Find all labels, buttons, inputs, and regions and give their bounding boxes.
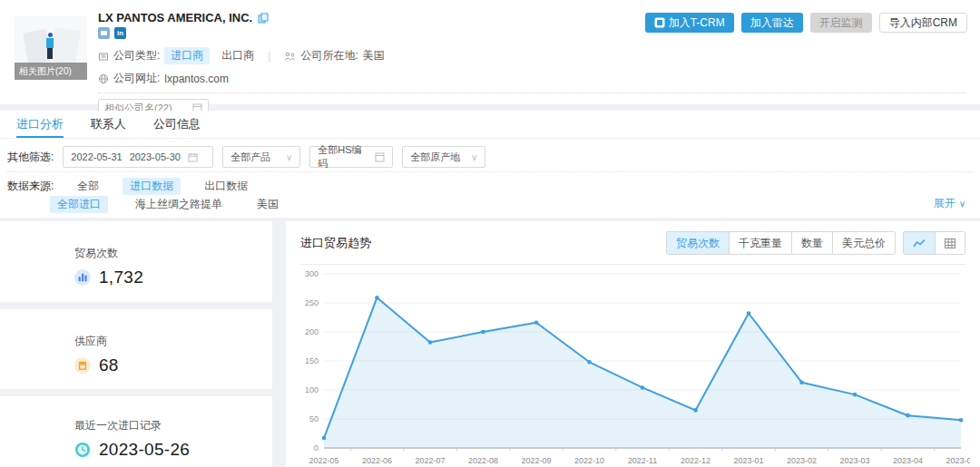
metric-button-group: 贸易次数 千克重量 数量 美元总价 [666, 231, 896, 255]
data-source-row: 数据来源: 全部 进口数据 出口数据 [7, 178, 255, 195]
table-icon [945, 238, 956, 248]
company-header: 相关图片(20) LX PANTOS AMERICA, INC. in 公司类型… [0, 0, 980, 104]
start-monitor-button: 开启监测 [810, 13, 872, 33]
svg-text:2022-05: 2022-05 [309, 456, 338, 465]
copy-icon[interactable] [258, 13, 269, 24]
website-value[interactable]: lxpantos.com [164, 73, 229, 85]
stat-label: 最近一次进口记录 [0, 396, 272, 433]
expand-link[interactable]: 展开 [934, 196, 965, 211]
product-filter-select[interactable]: 全部产品 [222, 146, 300, 168]
svg-text:2023-01: 2023-01 [733, 456, 763, 465]
location-value: 美国 [363, 48, 385, 63]
tab-contacts[interactable]: 联系人 [91, 111, 126, 138]
stat-value: 1,732 [99, 268, 143, 287]
sub-option-us[interactable]: 美国 [250, 196, 286, 213]
divider-dotted [98, 92, 965, 93]
calendar-icon [188, 152, 198, 162]
related-images-label[interactable]: 相关图片(20) [15, 63, 87, 80]
line-chart-icon [913, 238, 926, 248]
date-end: 2023-05-30 [130, 151, 181, 162]
clock-icon [74, 442, 91, 458]
hs-filter-value: 全部HS编码 [318, 143, 368, 170]
view-button-group [903, 231, 965, 255]
add-tcrm-button[interactable]: 加入T-CRM [645, 13, 734, 33]
svg-text:50: 50 [309, 414, 318, 423]
svg-text:2022-09: 2022-09 [521, 456, 551, 465]
company-image-placeholder[interactable]: 相关图片(20) [15, 16, 87, 80]
other-filters-label: 其他筛选: [7, 150, 54, 165]
svg-text:200: 200 [305, 327, 318, 336]
svg-text:2023-04: 2023-04 [893, 456, 923, 465]
date-start: 2022-05-31 [71, 151, 122, 162]
svg-text:2022-08: 2022-08 [468, 456, 498, 465]
product-filter-value: 全部产品 [230, 151, 279, 164]
trend-area-chart: 0501001502002503002022-052022-062022-072… [299, 267, 970, 467]
illustration-paper [50, 27, 81, 65]
svg-text:300: 300 [305, 269, 318, 278]
divider [300, 264, 965, 265]
import-crm-button[interactable]: 导入内部CRM [879, 13, 967, 33]
stat-value: 2023-05-26 [99, 440, 190, 460]
social-icon[interactable] [98, 27, 110, 39]
chart-title: 进口贸易趋势 [300, 235, 371, 251]
tcrm-icon [654, 17, 665, 28]
svg-text:100: 100 [305, 385, 318, 394]
svg-text:2023-03: 2023-03 [839, 456, 869, 465]
chevron-down-icon [959, 199, 965, 209]
website-label: 公司网址: [113, 71, 160, 86]
source-option-export[interactable]: 出口数据 [197, 178, 255, 195]
tab-bar: 进口分析 联系人 公司信息 [0, 111, 980, 139]
svg-text:250: 250 [305, 298, 318, 307]
tab-import-analysis[interactable]: 进口分析 [16, 111, 64, 138]
metric-trade-count-button[interactable]: 贸易次数 [667, 232, 729, 254]
location-label: 公司所在地: [300, 48, 358, 63]
metric-usd-total-button[interactable]: 美元总价 [832, 232, 895, 254]
linkedin-icon[interactable]: in [114, 27, 126, 39]
sub-option-maritime-bol[interactable]: 海上丝绸之路提单 [128, 196, 230, 213]
hs-code-filter[interactable]: 全部HS编码 [309, 146, 393, 168]
stat-label: 供应商 [0, 309, 272, 349]
analysis-section: 进口分析 联系人 公司信息 其他筛选: 2022-05-31 2023-05-3… [0, 111, 980, 218]
origin-filter-select[interactable]: 全部原产地 [402, 146, 485, 168]
stat-label: 贸易次数 [0, 221, 272, 261]
stat-card-trade-count: 贸易次数 1,732 [0, 221, 272, 302]
svg-text:2022-12: 2022-12 [681, 456, 710, 465]
company-type-icon [98, 51, 109, 62]
illustration-person [47, 48, 53, 59]
svg-text:2022-10: 2022-10 [574, 456, 604, 465]
source-option-all[interactable]: 全部 [70, 178, 106, 195]
date-range-picker[interactable]: 2022-05-31 2023-05-30 [63, 146, 213, 168]
sub-option-all-import[interactable]: 全部进口 [50, 196, 108, 213]
origin-filter-value: 全部原产地 [410, 151, 464, 164]
metric-quantity-button[interactable]: 数量 [791, 232, 832, 254]
tab-company-info[interactable]: 公司信息 [153, 111, 201, 138]
company-type-label: 公司类型: [113, 48, 160, 63]
metric-kg-weight-button[interactable]: 千克重量 [729, 232, 791, 254]
header-actions: 加入T-CRM 加入雷达 开启监测 导入内部CRM [645, 13, 967, 33]
globe-icon [98, 73, 109, 84]
location-icon [284, 51, 296, 62]
supplier-icon [74, 357, 91, 374]
svg-text:2022-11: 2022-11 [628, 456, 657, 465]
illustration-person [46, 38, 54, 48]
chart-toolbar: 贸易次数 千克重量 数量 美元总价 [666, 231, 965, 255]
add-radar-button[interactable]: 加入雷达 [741, 13, 803, 33]
illustration-person [48, 33, 53, 37]
company-name: LX PANTOS AMERICA, INC. [98, 11, 252, 24]
svg-text:2023-05: 2023-05 [946, 456, 970, 465]
source-option-import[interactable]: 进口数据 [122, 178, 181, 195]
filter-row: 其他筛选: 2022-05-31 2023-05-30 全部产品 全部HS编码 … [7, 146, 485, 168]
svg-text:2022-07: 2022-07 [415, 456, 445, 465]
stat-value: 68 [99, 355, 119, 375]
table-view-button[interactable] [935, 232, 965, 254]
chevron-down-icon [286, 152, 292, 162]
import-subsource-row: 全部进口 海上丝绸之路提单 美国 [50, 196, 286, 213]
code-list-icon [375, 152, 385, 162]
exporter-tag[interactable]: 出口商 [221, 48, 254, 63]
importer-tag[interactable]: 进口商 [164, 47, 210, 64]
svg-text:2023-02: 2023-02 [787, 456, 817, 465]
svg-text:0: 0 [314, 443, 318, 452]
bar-chart-icon [74, 269, 91, 286]
line-view-button[interactable] [904, 232, 935, 254]
divider: | [268, 50, 270, 63]
